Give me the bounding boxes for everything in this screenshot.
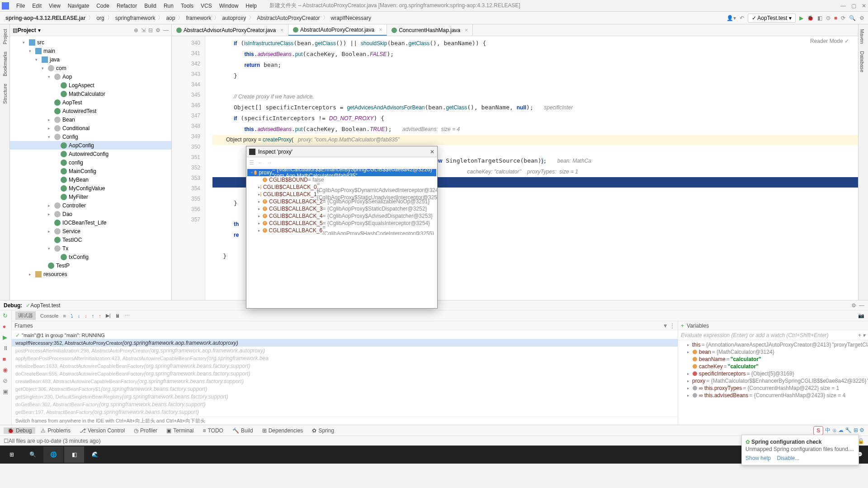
frame-row[interactable]: getSingleton:230, DefaultSingletonBeanRe…: [12, 393, 678, 400]
breakpoints-icon[interactable]: ◉: [3, 366, 9, 373]
menu-build[interactable]: Build: [141, 3, 160, 9]
update-icon[interactable]: ⟳: [841, 15, 845, 21]
menu-file[interactable]: File: [13, 3, 28, 9]
tree-item[interactable]: ▸Bean: [10, 115, 171, 124]
back-icon[interactable]: ↶: [740, 15, 744, 21]
inspect-row[interactable]: ▸fCGLIB$CALLBACK_4 = {CglibAopProxy$Advi…: [247, 212, 436, 220]
layout-icon[interactable]: ≡: [63, 313, 66, 319]
run-config-selector[interactable]: ✓ AopTest.test ▾: [748, 14, 796, 23]
menu-tools[interactable]: Tools: [177, 3, 197, 9]
tree-item[interactable]: ▸Controller: [10, 201, 171, 210]
frame-row[interactable]: doGetBean:302, AbstractBeanFactory (org.…: [12, 400, 678, 408]
crumb[interactable]: AbstractAutoProxyCreator: [255, 15, 321, 21]
nav-fwd-icon[interactable]: →: [267, 160, 272, 166]
add-watch-icon[interactable]: +: [681, 323, 684, 329]
menu-code[interactable]: Code: [93, 3, 113, 9]
tree-item[interactable]: TestP: [10, 261, 171, 270]
tool-profiler[interactable]: ◷ Profiler: [130, 427, 161, 434]
tab-close-icon[interactable]: ×: [465, 27, 468, 33]
inspect-row[interactable]: ▸fCGLIB$CALLBACK_6 = {CglibAopProxy$Hash…: [247, 227, 436, 234]
step-into-icon[interactable]: ↓: [78, 313, 80, 319]
debug-tab-debugger[interactable]: 调试器: [15, 311, 36, 320]
tree-item[interactable]: TestIOC: [10, 235, 171, 244]
tree-item[interactable]: ▾java: [10, 55, 171, 64]
show-help-link[interactable]: Show help: [745, 455, 771, 461]
eval-icon[interactable]: 🖩: [115, 313, 120, 319]
run-icon[interactable]: ▶: [799, 15, 803, 21]
inspect-tree[interactable]: ▾fproxy = {MathCalculator$$EnhancerBySpr…: [246, 168, 437, 235]
menu-navigate[interactable]: Navigate: [64, 3, 93, 9]
frame-row[interactable]: doCreateBean:555, AbstractAutowireCapabl…: [12, 370, 678, 377]
variable-row[interactable]: cacheKey = "calculator": [678, 363, 868, 370]
nav-home-icon[interactable]: ☰: [249, 160, 254, 166]
disable-link[interactable]: Disable...: [777, 455, 799, 461]
frame-row[interactable]: postProcessAfterInitialization:298, Abst…: [12, 347, 678, 354]
menu-refactor[interactable]: Refactor: [113, 3, 141, 9]
tree-item[interactable]: AutowiredConfig: [10, 150, 171, 158]
expand-icon[interactable]: ⇲: [141, 27, 146, 33]
menu-view[interactable]: View: [45, 3, 64, 9]
tree-item[interactable]: config: [10, 158, 171, 167]
tree-item[interactable]: MathCalculator: [10, 89, 171, 98]
debug-icon[interactable]: 🐞: [807, 15, 814, 21]
variable-row[interactable]: ▸proxy = {MathCalculator$$EnhancerBySpri…: [678, 377, 868, 385]
tab-close-icon[interactable]: ×: [280, 27, 283, 33]
settings-icon[interactable]: ⚙: [859, 15, 864, 21]
collapse-icon[interactable]: ⊟: [148, 27, 153, 33]
tree-item[interactable]: ▸Service: [10, 227, 171, 235]
start-button[interactable]: ⊞: [2, 446, 22, 463]
menu-vcs[interactable]: VCS: [197, 3, 216, 9]
tree-item[interactable]: MainConfig: [10, 167, 171, 175]
tree-item[interactable]: MyConfigValue: [10, 184, 171, 192]
tool-build[interactable]: 🔨 Build: [229, 427, 257, 434]
inspect-row[interactable]: ▾fproxy = {MathCalculator$$EnhancerBySpr…: [247, 169, 436, 176]
stop2-icon[interactable]: ■: [3, 356, 9, 362]
profile-icon[interactable]: ⊙: [826, 15, 830, 21]
tree-item[interactable]: ▾com: [10, 64, 171, 72]
thread-row[interactable]: ✓"main"@1 in group "main": RUNNING: [12, 331, 678, 339]
variable-row[interactable]: ▸∞ this.proxyTypes = {ConcurrentHashMap@…: [678, 385, 868, 392]
user-icon[interactable]: 👤▾: [726, 15, 736, 21]
stop-icon[interactable]: ●: [3, 323, 9, 329]
tree-item[interactable]: MyFilter: [10, 192, 171, 201]
tab-close-icon[interactable]: ×: [379, 27, 382, 33]
project-panel-title[interactable]: Project: [18, 27, 36, 33]
hide-icon[interactable]: —: [163, 27, 169, 33]
menu-edit[interactable]: Edit: [28, 3, 45, 9]
coverage-icon[interactable]: ◧: [817, 15, 822, 21]
tree-item[interactable]: AutowiredTest: [10, 107, 171, 115]
tree-item[interactable]: txConfig: [10, 253, 171, 261]
search-icon[interactable]: 🔍: [849, 15, 856, 21]
edge-icon[interactable]: 🌊: [85, 446, 105, 463]
crumb[interactable]: framework: [184, 15, 213, 21]
search-button[interactable]: 🔍: [23, 446, 42, 463]
tool-terminal[interactable]: ▣ Terminal: [163, 427, 197, 434]
hide-icon[interactable]: —: [859, 302, 864, 309]
crumb[interactable]: org: [94, 15, 106, 21]
tree-item[interactable]: ▾Tx: [10, 244, 171, 253]
reader-mode-toggle[interactable]: Reader Mode ✓: [810, 38, 849, 44]
tree-item[interactable]: AopTest: [10, 98, 171, 107]
menu-help[interactable]: Help: [242, 3, 260, 9]
eval-expr-input[interactable]: Evaluate expression (Enter) or add a wat…: [681, 332, 829, 338]
side-tab-project[interactable]: Project: [1, 26, 9, 47]
crumb[interactable]: wrapIfNecessary: [329, 15, 373, 21]
crumb[interactable]: aop: [164, 15, 177, 21]
side-tab-maven[interactable]: Maven: [859, 26, 866, 47]
force-step-into-icon[interactable]: ↓: [85, 313, 87, 319]
frame-row[interactable]: applyBeanPostProcessorsAfterInitializati…: [12, 354, 678, 362]
tool-spring[interactable]: ✿ Spring: [308, 427, 338, 434]
step-out-icon[interactable]: ↑: [92, 313, 94, 319]
drop-frame-icon[interactable]: ↑: [99, 313, 101, 319]
tree-item[interactable]: MyBean: [10, 175, 171, 184]
tree-item[interactable]: ▸Dao: [10, 210, 171, 218]
tree-item[interactable]: ▾Config: [10, 132, 171, 141]
tree-item[interactable]: IOCBeanTest_Life: [10, 218, 171, 227]
tool-dependencies[interactable]: ⊞ Dependencies: [259, 427, 307, 434]
tree-item[interactable]: LogAspect: [10, 81, 171, 89]
nav-back-icon[interactable]: ←: [258, 160, 263, 166]
gear-icon[interactable]: ⚙: [851, 302, 856, 309]
inspect-row[interactable]: ▸fCGLIB$CALLBACK_3 = {CglibAopProxy$Stat…: [247, 205, 436, 212]
maximize-icon[interactable]: ▢: [851, 3, 856, 9]
frame-row[interactable]: getBean:197, AbstractBeanFactory (org.sp…: [12, 408, 678, 416]
